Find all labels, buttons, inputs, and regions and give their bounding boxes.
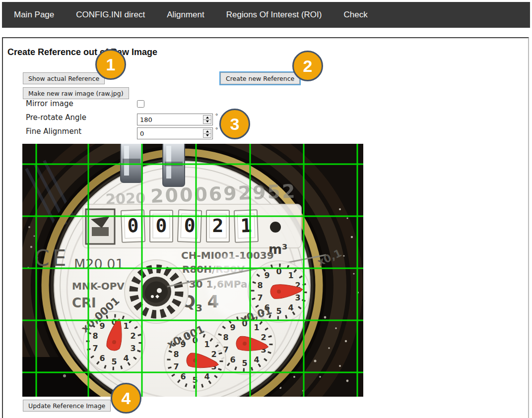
odometer-digit: 1	[234, 210, 258, 242]
fine-alignment-input[interactable]	[137, 128, 203, 139]
spin-down-button[interactable]	[203, 134, 211, 138]
dial-digit: 1	[288, 271, 293, 280]
callout-2: 2	[292, 51, 323, 81]
pre-rotate-angle-stepper	[137, 114, 213, 125]
callout-1: 1	[95, 49, 126, 80]
dial-digit: 2	[130, 331, 135, 341]
spin-down-button[interactable]	[203, 120, 211, 124]
dial-digit: 9	[230, 323, 235, 332]
nav-item-check[interactable]: Check	[343, 10, 367, 20]
top-nav: Main Page CONFIG.INI direct Alignment Re…	[2, 2, 530, 28]
water-meter-photo: 20202000692952 0 0 0 2	[22, 144, 363, 397]
svg-text:0: 0	[184, 215, 196, 237]
nav-item-config-ini[interactable]: CONFIG.INI direct	[76, 10, 145, 20]
dial-digit: 3	[130, 344, 135, 353]
dial-digit: 1	[123, 321, 129, 331]
dial-digit: 1	[254, 323, 259, 332]
odometer-digit: 2	[206, 210, 229, 242]
fine-alignment-degree-symbol: °	[215, 126, 218, 133]
fine-alignment-spinner	[203, 129, 211, 138]
callout-3: 3	[219, 109, 250, 139]
update-reference-image-button[interactable]: Update Reference Image	[23, 400, 111, 412]
nav-item-alignment[interactable]: Alignment	[167, 10, 204, 20]
pre-rotate-angle-label: Pre-rotate Angle	[26, 113, 86, 122]
ce-mark-label: CE	[34, 245, 69, 271]
svg-text:0: 0	[127, 215, 139, 237]
dial-digit: 3	[295, 293, 300, 302]
dial-digit: 5	[242, 358, 247, 368]
turbine-star-wheel	[125, 260, 188, 323]
spin-up-button[interactable]	[203, 129, 211, 134]
show-actual-reference-button[interactable]: Show actual Reference	[23, 72, 105, 84]
dial-digit: 6	[99, 354, 105, 363]
callout-4: 4	[111, 383, 141, 414]
fine-alignment-stepper	[137, 127, 213, 139]
brand-label: MNK-OPV	[72, 280, 125, 292]
dial-digit: 4	[123, 354, 129, 363]
pre-rotate-degree-symbol: °	[215, 112, 218, 119]
black-dot-marker	[270, 222, 281, 233]
page-title: Create Reference out of Raw Image	[7, 47, 157, 58]
dial-digit: 7	[173, 362, 179, 371]
dial-digit: 9	[264, 271, 269, 280]
pre-rotate-spinner	[203, 115, 211, 124]
dial-digit: 4	[288, 303, 293, 312]
dial-digit: 5	[111, 357, 117, 366]
create-new-reference-button[interactable]: Create new Reference	[220, 72, 300, 84]
spin-up-button[interactable]	[203, 115, 211, 120]
dial-digit: 5	[276, 306, 281, 316]
nav-item-main-page[interactable]: Main Page	[14, 10, 54, 20]
make-new-raw-image-button[interactable]: Make new raw image (raw.jpg)	[23, 87, 129, 99]
dial-digit: 7	[257, 293, 263, 302]
approval-label: M20 01	[74, 256, 124, 272]
brand-line2-label: CRI	[72, 296, 96, 310]
arrow-down-icon	[206, 120, 209, 122]
dial-digit: 8	[173, 350, 179, 359]
svg-text:2: 2	[212, 215, 224, 237]
reference-image: 20202000692952 0 0 0 2	[22, 144, 363, 397]
dial-digit: 2	[211, 350, 216, 359]
arrow-down-icon	[206, 134, 209, 136]
mirror-image-label: Mirror image	[26, 99, 73, 108]
dial-digit: 7	[92, 344, 98, 353]
arrow-up-icon	[206, 130, 209, 132]
pre-rotate-angle-input[interactable]	[137, 114, 203, 125]
dial-digit: 8	[257, 281, 263, 290]
dial-digit: 4	[254, 355, 259, 364]
odometer-digit: 0	[178, 210, 201, 242]
dial-digit: 1	[204, 340, 209, 349]
arrow-up-icon	[206, 117, 209, 119]
odometer-digit: 0	[150, 210, 173, 242]
nav-item-roi[interactable]: Regions Of Interest (ROI)	[226, 10, 322, 20]
dial-digit: 8	[92, 331, 98, 341]
fine-alignment-label: Fine Alignment	[26, 127, 81, 136]
svg-text:0: 0	[156, 215, 167, 237]
dial-digit: 5	[192, 375, 198, 385]
dial-digit: 2	[261, 333, 266, 342]
dial-digit: 8	[223, 333, 228, 342]
dial-digit: 6	[230, 355, 235, 364]
mirror-image-checkbox[interactable]	[137, 100, 144, 108]
